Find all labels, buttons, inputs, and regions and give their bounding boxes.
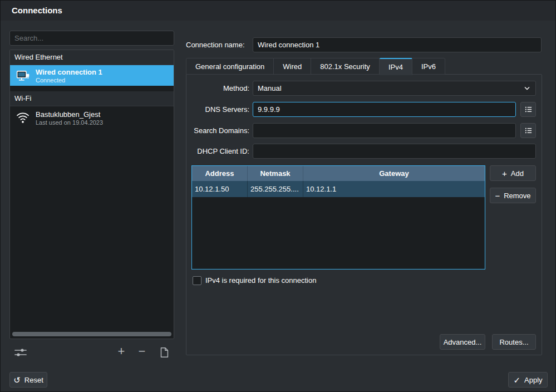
tab-label: Wired (283, 62, 302, 71)
reset-icon: ↺ (13, 376, 21, 384)
tab-label: IPv4 (388, 63, 403, 71)
tab-ipv4[interactable]: IPv4 (380, 58, 412, 75)
apply-button[interactable]: ✓ Apply (508, 372, 548, 388)
connection-item-text: Bastuklubben_Gjest Last used on 19.04.20… (36, 110, 103, 126)
reset-button-label: Reset (24, 376, 43, 384)
tab-label: 802.1x Security (320, 62, 370, 71)
connections-window: Connections Wired Ethernet Wired con (0, 0, 556, 392)
configure-sliders-icon[interactable] (13, 345, 28, 360)
search-input[interactable] (9, 31, 174, 46)
connection-list: Wired Ethernet Wired connection 1 Connec… (9, 50, 174, 339)
export-document-icon[interactable] (157, 345, 171, 360)
titlebar: Connections (1, 1, 556, 21)
connection-status: Last used on 19.04.2023 (36, 119, 103, 126)
wifi-icon (16, 111, 30, 125)
horizontal-scrollbar[interactable] (12, 332, 171, 336)
settings-tabs: General configuration Wired 802.1x Secur… (186, 58, 445, 75)
tab-wired[interactable]: Wired (274, 58, 311, 75)
check-icon: ✓ (513, 376, 520, 384)
tab-label: IPv6 (421, 62, 436, 71)
section-wifi-label: Wi-Fi (14, 94, 31, 102)
tab-ipv6[interactable]: IPv6 (412, 58, 445, 75)
ipv4-tab-panel (186, 74, 542, 355)
tab-general-configuration[interactable]: General configuration (186, 58, 274, 75)
section-wired-ethernet: Wired Ethernet (10, 50, 174, 65)
section-wired-label: Wired Ethernet (14, 53, 63, 61)
connection-name-input[interactable] (253, 37, 542, 52)
add-connection-icon[interactable]: + (115, 344, 128, 359)
section-wifi: Wi-Fi (10, 91, 174, 106)
connection-name: Bastuklubben_Gjest (36, 110, 103, 119)
reset-button[interactable]: ↺ Reset (9, 372, 47, 388)
remove-connection-icon[interactable]: − (135, 344, 149, 359)
tab-8021x-security[interactable]: 802.1x Security (311, 58, 380, 75)
apply-button-label: Apply (524, 376, 543, 384)
connection-item-wifi[interactable]: Bastuklubben_Gjest Last used on 19.04.20… (10, 106, 174, 130)
connection-item-wired[interactable]: Wired connection 1 Connected (10, 65, 174, 86)
connection-item-text: Wired connection 1 Connected (36, 68, 102, 84)
wired-network-icon (16, 68, 30, 83)
connection-name: Wired connection 1 (36, 68, 102, 76)
window-title: Connections (12, 1, 62, 21)
connection-name-label: Connection name: (186, 37, 248, 52)
tab-label: General configuration (195, 62, 264, 71)
connection-status: Connected (36, 77, 102, 84)
